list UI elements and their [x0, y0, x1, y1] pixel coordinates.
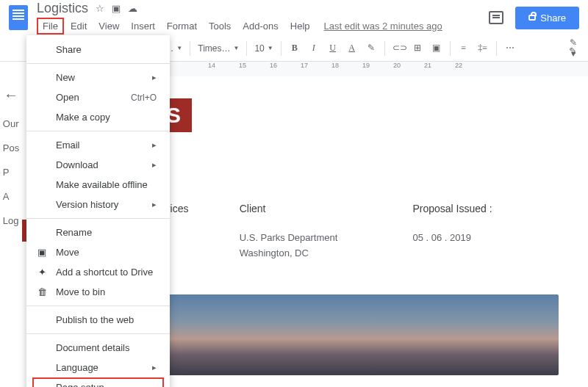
- line-spacing-button[interactable]: ‡≡: [477, 43, 489, 54]
- outline-item[interactable]: A: [3, 191, 19, 202]
- menu-move[interactable]: ▣Move: [26, 242, 170, 262]
- menu-page-setup[interactable]: Page setup: [32, 377, 164, 387]
- shortcut-icon: ✦: [35, 267, 49, 278]
- document-title[interactable]: Logistics: [37, 1, 88, 16]
- menu-open[interactable]: OpenCtrl+O: [26, 87, 170, 107]
- ruler[interactable]: 141516171819202122: [151, 62, 588, 76]
- menu-rename[interactable]: Rename: [26, 223, 170, 242]
- menu-version-history[interactable]: Version history▸: [26, 195, 170, 214]
- shortcut-text: Ctrl+O: [131, 93, 157, 103]
- link-button[interactable]: ⊂⊃: [392, 43, 404, 54]
- lock-icon: [528, 15, 536, 21]
- folder-icon: ▣: [35, 247, 49, 258]
- menu-document-details[interactable]: Document details: [26, 338, 170, 358]
- client-heading: Client: [240, 203, 413, 214]
- menu-download[interactable]: Download▸: [26, 155, 170, 175]
- italic-button[interactable]: I: [308, 43, 320, 54]
- client-line: Washington, DC: [240, 246, 413, 261]
- proposal-date: 05 . 06 . 2019: [412, 231, 551, 246]
- edit-tool-icon[interactable]: ✎: [563, 41, 582, 60]
- menu-file[interactable]: File: [37, 18, 64, 35]
- star-icon[interactable]: ☆: [96, 3, 104, 14]
- menu-move-to-bin[interactable]: 🗑Move to bin: [26, 282, 170, 302]
- menu-publish[interactable]: Publish to the web: [26, 310, 170, 330]
- submenu-arrow-icon: ▸: [152, 140, 157, 150]
- menu-new[interactable]: New▸: [26, 68, 170, 87]
- client-line: U.S. Parks Department: [240, 231, 413, 246]
- menu-share[interactable]: Share: [26, 40, 170, 59]
- outline-item[interactable]: Our: [3, 118, 19, 129]
- align-button[interactable]: ≡: [458, 43, 470, 54]
- menu-add-shortcut[interactable]: ✦Add a shortcut to Drive: [26, 262, 170, 282]
- bold-button[interactable]: B: [289, 43, 301, 54]
- outline-item[interactable]: Log: [3, 215, 19, 226]
- highlight-button[interactable]: ✎: [365, 43, 377, 54]
- outline-back-icon[interactable]: ←: [4, 87, 18, 104]
- last-edit-link[interactable]: Last edit was 2 minutes ago: [324, 21, 442, 32]
- menu-tools[interactable]: Tools: [204, 18, 236, 35]
- text-color-button[interactable]: A: [346, 43, 358, 54]
- font-size-select[interactable]: 10▼: [254, 43, 273, 54]
- submenu-arrow-icon: ▸: [152, 200, 157, 209]
- menu-offline[interactable]: Make available offline: [26, 175, 170, 195]
- submenu-arrow-icon: ▸: [152, 73, 157, 82]
- menu-language[interactable]: Language▸: [26, 358, 170, 377]
- menu-insert[interactable]: Insert: [126, 18, 160, 35]
- share-label: Share: [540, 12, 566, 23]
- menu-make-copy[interactable]: Make a copy: [26, 107, 170, 127]
- menu-addons[interactable]: Add-ons: [237, 18, 283, 35]
- more-button[interactable]: ⋯: [504, 43, 516, 54]
- share-button[interactable]: Share: [515, 7, 579, 29]
- outline-item[interactable]: Pos: [3, 142, 19, 153]
- submenu-arrow-icon: ▸: [152, 363, 157, 372]
- cloud-icon: ☁: [128, 3, 137, 14]
- move-icon[interactable]: ▣: [112, 3, 121, 14]
- menu-email[interactable]: Email▸: [26, 135, 170, 155]
- menu-view[interactable]: View: [93, 18, 124, 35]
- image-button[interactable]: ▣: [431, 43, 442, 54]
- comments-icon[interactable]: [489, 11, 503, 24]
- docs-app-icon[interactable]: [9, 5, 28, 30]
- file-menu-dropdown: Share New▸ OpenCtrl+O Make a copy Email▸…: [26, 35, 170, 387]
- menu-edit[interactable]: Edit: [65, 18, 92, 35]
- comment-button[interactable]: ⊞: [412, 43, 423, 54]
- trash-icon: 🗑: [35, 286, 49, 297]
- menu-help[interactable]: Help: [285, 18, 315, 35]
- menu-format[interactable]: Format: [162, 18, 202, 35]
- font-select[interactable]: Times…▼: [198, 43, 239, 54]
- outline-item[interactable]: P: [3, 167, 19, 178]
- submenu-arrow-icon: ▸: [152, 160, 157, 170]
- underline-button[interactable]: U: [327, 43, 339, 54]
- proposal-heading: Proposal Issued :: [412, 203, 551, 214]
